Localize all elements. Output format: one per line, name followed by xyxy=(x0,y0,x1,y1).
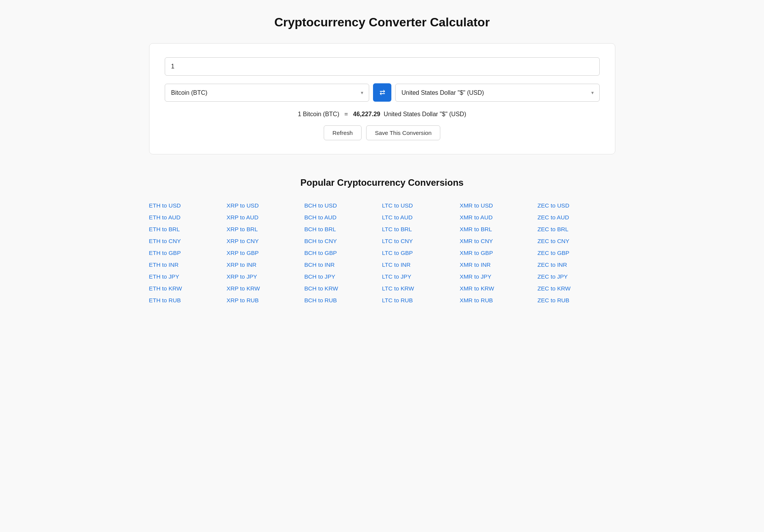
conversion-col-eth: ETH to USDETH to AUDETH to BRLETH to CNY… xyxy=(149,200,227,305)
conversion-link[interactable]: LTC to USD xyxy=(382,200,459,211)
conversion-link[interactable]: LTC to INR xyxy=(382,260,459,270)
conversion-link[interactable]: XRP to JPY xyxy=(227,271,304,282)
conversion-link[interactable]: ZEC to GBP xyxy=(537,248,615,258)
conversion-link[interactable]: XMR to KRW xyxy=(460,283,537,294)
result-amount: 46,227.29 xyxy=(353,111,380,117)
swap-button[interactable]: ⇄ xyxy=(373,83,391,102)
save-conversion-button[interactable]: Save This Conversion xyxy=(366,125,440,140)
conversion-link[interactable]: ETH to USD xyxy=(149,200,227,211)
conversion-link[interactable]: ETH to RUB xyxy=(149,295,227,305)
conversion-link[interactable]: ZEC to CNY xyxy=(537,236,615,246)
conversion-link[interactable]: ETH to JPY xyxy=(149,271,227,282)
conversion-link[interactable]: ZEC to KRW xyxy=(537,283,615,294)
conversion-link[interactable]: ZEC to JPY xyxy=(537,271,615,282)
currency-row: Bitcoin (BTC) ▾ ⇄ United States Dollar "… xyxy=(165,83,600,102)
conversion-link[interactable]: LTC to BRL xyxy=(382,224,459,234)
conversion-link[interactable]: XRP to GBP xyxy=(227,248,304,258)
conversion-link[interactable]: XRP to CNY xyxy=(227,236,304,246)
popular-section-title: Popular Cryptocurrency Conversions xyxy=(149,177,615,188)
conversion-col-xmr: XMR to USDXMR to AUDXMR to BRLXMR to CNY… xyxy=(460,200,537,305)
conversion-link[interactable]: XMR to INR xyxy=(460,260,537,270)
conversion-link[interactable]: XRP to BRL xyxy=(227,224,304,234)
swap-icon: ⇄ xyxy=(380,89,384,97)
conversion-link[interactable]: XRP to USD xyxy=(227,200,304,211)
conversion-link[interactable]: BCH to CNY xyxy=(304,236,382,246)
conversion-link[interactable]: LTC to GBP xyxy=(382,248,459,258)
conversion-col-bch: BCH to USDBCH to AUDBCH to BRLBCH to CNY… xyxy=(304,200,382,305)
conversion-link[interactable]: XMR to BRL xyxy=(460,224,537,234)
conversion-link[interactable]: ZEC to RUB xyxy=(537,295,615,305)
conversion-link[interactable]: LTC to KRW xyxy=(382,283,459,294)
conversion-link[interactable]: BCH to KRW xyxy=(304,283,382,294)
refresh-button[interactable]: Refresh xyxy=(324,125,362,140)
from-currency-wrapper: Bitcoin (BTC) ▾ xyxy=(165,84,369,102)
result-row: 1 Bitcoin (BTC) = 46,227.29 United State… xyxy=(165,111,600,118)
to-currency-select[interactable]: United States Dollar "$" (USD) xyxy=(396,84,599,101)
converter-card: Bitcoin (BTC) ▾ ⇄ United States Dollar "… xyxy=(149,43,615,154)
conversion-link[interactable]: LTC to AUD xyxy=(382,212,459,222)
conversion-link[interactable]: ETH to CNY xyxy=(149,236,227,246)
conversion-link[interactable]: LTC to RUB xyxy=(382,295,459,305)
conversion-link[interactable]: XRP to KRW xyxy=(227,283,304,294)
conversion-link[interactable]: ZEC to BRL xyxy=(537,224,615,234)
conversion-link[interactable]: ETH to GBP xyxy=(149,248,227,258)
conversion-col-xrp: XRP to USDXRP to AUDXRP to BRLXRP to CNY… xyxy=(227,200,304,305)
conversion-link[interactable]: ETH to KRW xyxy=(149,283,227,294)
amount-input[interactable] xyxy=(165,57,600,76)
conversion-col-zec: ZEC to USDZEC to AUDZEC to BRLZEC to CNY… xyxy=(537,200,615,305)
conversion-link[interactable]: BCH to BRL xyxy=(304,224,382,234)
conversion-link[interactable]: ZEC to USD xyxy=(537,200,615,211)
conversion-link[interactable]: BCH to INR xyxy=(304,260,382,270)
conversion-link[interactable]: BCH to AUD xyxy=(304,212,382,222)
conversion-link[interactable]: LTC to JPY xyxy=(382,271,459,282)
conversion-link[interactable]: ETH to BRL xyxy=(149,224,227,234)
conversion-link[interactable]: XRP to INR xyxy=(227,260,304,270)
conversions-grid: ETH to USDETH to AUDETH to BRLETH to CNY… xyxy=(149,200,615,305)
conversion-link[interactable]: BCH to JPY xyxy=(304,271,382,282)
conversion-link[interactable]: BCH to USD xyxy=(304,200,382,211)
conversion-link[interactable]: XMR to USD xyxy=(460,200,537,211)
action-buttons: Refresh Save This Conversion xyxy=(165,125,600,140)
conversion-link[interactable]: ETH to AUD xyxy=(149,212,227,222)
result-to-currency: United States Dollar "$" (USD) xyxy=(384,111,466,117)
conversion-link[interactable]: XRP to AUD xyxy=(227,212,304,222)
conversion-link[interactable]: ETH to INR xyxy=(149,260,227,270)
conversion-link[interactable]: BCH to RUB xyxy=(304,295,382,305)
page-title: Cryptocurrency Converter Calculator xyxy=(149,15,615,29)
conversion-link[interactable]: ZEC to INR xyxy=(537,260,615,270)
to-currency-wrapper: United States Dollar "$" (USD) ▾ xyxy=(395,84,600,102)
conversion-link[interactable]: XMR to CNY xyxy=(460,236,537,246)
conversion-link[interactable]: XMR to AUD xyxy=(460,212,537,222)
conversion-col-ltc: LTC to USDLTC to AUDLTC to BRLLTC to CNY… xyxy=(382,200,459,305)
result-from-text: 1 Bitcoin (BTC) xyxy=(298,111,339,117)
conversion-link[interactable]: ZEC to AUD xyxy=(537,212,615,222)
conversion-link[interactable]: XMR to JPY xyxy=(460,271,537,282)
conversion-link[interactable]: XRP to RUB xyxy=(227,295,304,305)
result-equals: = xyxy=(344,111,348,117)
conversion-link[interactable]: BCH to GBP xyxy=(304,248,382,258)
conversion-link[interactable]: LTC to CNY xyxy=(382,236,459,246)
conversion-link[interactable]: XMR to GBP xyxy=(460,248,537,258)
conversion-link[interactable]: XMR to RUB xyxy=(460,295,537,305)
from-currency-select[interactable]: Bitcoin (BTC) xyxy=(165,84,369,101)
